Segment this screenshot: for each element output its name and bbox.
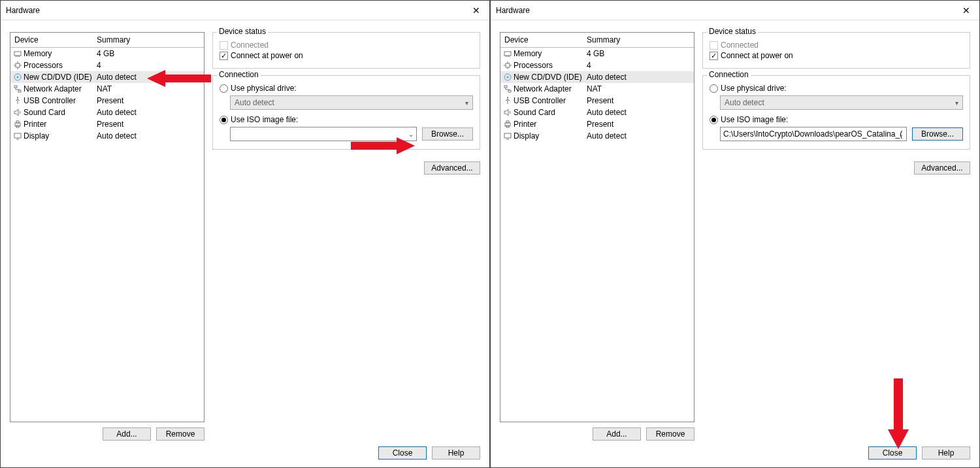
device-status-group: Device status Connected Connect at power…	[212, 32, 480, 69]
svg-rect-5	[16, 63, 20, 67]
help-button[interactable]: Help	[432, 446, 480, 460]
chevron-down-icon[interactable]: ⌄	[898, 131, 904, 138]
physical-drive-radio[interactable]	[220, 84, 228, 93]
chevron-down-icon: ▾	[955, 99, 958, 107]
memory-icon	[503, 49, 512, 58]
device-row-network-adapter[interactable]: Network AdapterNAT	[500, 83, 694, 95]
content: Device Summary Memory4 GBProcessors4New …	[1, 20, 489, 446]
device-name: New CD/DVD (IDE)	[514, 73, 587, 82]
device-row-new-cd-dvd-ide-[interactable]: New CD/DVD (IDE)Auto detect	[10, 71, 204, 83]
device-name: USB Controller	[514, 96, 587, 105]
cpu-icon	[13, 61, 22, 70]
device-row-display[interactable]: DisplayAuto detect	[500, 130, 694, 142]
close-button[interactable]: Close	[868, 446, 917, 460]
svg-rect-28	[506, 63, 510, 67]
device-summary: 4 GB	[587, 49, 691, 58]
device-row-network-adapter[interactable]: Network AdapterNAT	[10, 83, 204, 95]
device-list[interactable]: Memory4 GBProcessors4New CD/DVD (IDE)Aut…	[10, 48, 204, 422]
device-summary: 4 GB	[97, 49, 201, 58]
footer: Close Help	[491, 446, 979, 467]
header-summary: Summary	[97, 35, 200, 44]
content: Device Summary Memory4 GBProcessors4New …	[491, 20, 979, 446]
advanced-row: Advanced...	[702, 161, 970, 175]
device-summary: Auto detect	[97, 131, 201, 141]
iso-radio[interactable]	[710, 116, 718, 124]
device-column: Device Summary Memory4 GBProcessors4New …	[10, 32, 204, 441]
window-title: Hardware	[496, 6, 958, 15]
network-icon	[503, 84, 512, 93]
remove-button[interactable]: Remove	[646, 427, 694, 441]
poweron-checkbox[interactable]	[710, 52, 718, 60]
iso-path-input[interactable]: C:\Users\IntoCrypto\Downloads\pearOS_Cat…	[720, 127, 907, 141]
titlebar: Hardware ✕	[491, 1, 979, 20]
physical-drive-value: Auto detect	[235, 98, 274, 107]
display-icon	[13, 131, 22, 141]
printer-icon	[13, 120, 22, 129]
device-row-processors[interactable]: Processors4	[500, 59, 694, 71]
poweron-row[interactable]: Connect at power on	[220, 51, 473, 60]
add-button[interactable]: Add...	[593, 427, 641, 441]
browse-button[interactable]: Browse...	[422, 127, 473, 141]
close-icon[interactable]: ✕	[468, 3, 484, 18]
close-button[interactable]: Close	[378, 446, 427, 460]
svg-rect-42	[504, 133, 511, 138]
physical-drive-label: Use physical drive:	[231, 84, 297, 93]
help-button[interactable]: Help	[922, 446, 970, 460]
browse-button[interactable]: Browse...	[912, 127, 963, 141]
iso-label: Use ISO image file:	[721, 115, 788, 124]
physical-drive-row[interactable]: Use physical drive:	[220, 84, 473, 93]
device-row-display[interactable]: DisplayAuto detect	[10, 130, 204, 142]
network-icon	[13, 84, 22, 93]
iso-row[interactable]: Use ISO image file:	[710, 115, 963, 124]
device-name: Display	[24, 131, 97, 141]
poweron-checkbox[interactable]	[220, 52, 228, 60]
device-name: Printer	[24, 120, 97, 129]
svg-rect-13	[18, 90, 21, 92]
iso-input-row: ⌄ Browse...	[230, 127, 473, 141]
footer: Close Help	[1, 446, 489, 467]
remove-button[interactable]: Remove	[156, 427, 204, 441]
settings-column: Device status Connected Connect at power…	[702, 32, 970, 441]
svg-rect-17	[16, 121, 19, 123]
header-device: Device	[504, 35, 587, 44]
connection-group: Connection Use physical drive: Auto dete…	[212, 75, 480, 150]
device-row-usb-controller[interactable]: USB ControllerPresent	[500, 95, 694, 107]
device-row-new-cd-dvd-ide-[interactable]: New CD/DVD (IDE)Auto detect	[500, 71, 694, 83]
device-list[interactable]: Memory4 GBProcessors4New CD/DVD (IDE)Aut…	[500, 48, 694, 422]
close-icon[interactable]: ✕	[958, 3, 974, 18]
connected-row: Connected	[220, 41, 473, 50]
svg-rect-19	[14, 133, 21, 138]
advanced-button[interactable]: Advanced...	[424, 161, 480, 175]
disc-icon	[13, 73, 22, 82]
iso-path-input[interactable]: ⌄	[230, 127, 417, 141]
device-row-printer[interactable]: PrinterPresent	[10, 118, 204, 130]
svg-point-34	[507, 76, 509, 78]
iso-radio[interactable]	[220, 116, 228, 124]
device-row-processors[interactable]: Processors4	[10, 59, 204, 71]
device-row-usb-controller[interactable]: USB ControllerPresent	[10, 95, 204, 107]
chevron-down-icon[interactable]: ⌄	[408, 131, 414, 138]
device-row-memory[interactable]: Memory4 GB	[10, 48, 204, 59]
device-row-sound-card[interactable]: Sound CardAuto detect	[10, 107, 204, 118]
iso-row[interactable]: Use ISO image file:	[220, 115, 473, 124]
device-row-printer[interactable]: PrinterPresent	[500, 118, 694, 130]
device-summary: Auto detect	[587, 131, 691, 141]
device-row-sound-card[interactable]: Sound CardAuto detect	[500, 107, 694, 118]
add-button[interactable]: Add...	[103, 427, 151, 441]
iso-input-row: C:\Users\IntoCrypto\Downloads\pearOS_Cat…	[720, 127, 963, 141]
device-row-memory[interactable]: Memory4 GB	[500, 48, 694, 59]
device-column: Device Summary Memory4 GBProcessors4New …	[500, 32, 694, 441]
sound-icon	[13, 108, 22, 117]
device-buttons: Add... Remove	[10, 422, 204, 441]
physical-drive-radio[interactable]	[710, 84, 718, 93]
advanced-button[interactable]: Advanced...	[914, 161, 970, 175]
chevron-down-icon: ▾	[465, 99, 468, 107]
connection-legend: Connection	[707, 70, 751, 79]
device-header: Device Summary	[500, 33, 694, 48]
physical-drive-row[interactable]: Use physical drive:	[710, 84, 963, 93]
svg-point-14	[17, 97, 18, 98]
usb-icon	[13, 96, 22, 105]
device-status-group: Device status Connected Connect at power…	[702, 32, 970, 69]
device-list-box: Device Summary Memory4 GBProcessors4New …	[500, 32, 694, 422]
poweron-row[interactable]: Connect at power on	[710, 51, 963, 60]
